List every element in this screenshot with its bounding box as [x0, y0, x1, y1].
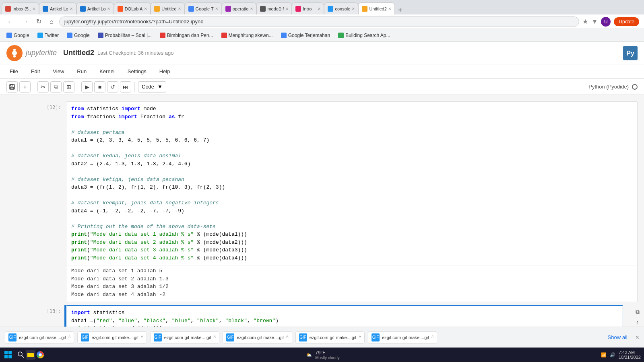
download-chevron-5[interactable]: ^: [359, 335, 361, 340]
tab-mode[interactable]: mode() f ×: [256, 2, 292, 14]
extensions-icon[interactable]: ▼: [591, 18, 598, 25]
menu-kernel[interactable]: Kernel: [96, 67, 118, 76]
cell-12-prompt: [12]:: [0, 101, 64, 302]
jupyter-header: jupyterlite Untitled2 Last Checkpoint: 3…: [0, 42, 644, 64]
windows-start-button[interactable]: [3, 350, 13, 360]
tab-close[interactable]: ×: [250, 6, 253, 12]
bookmark-label: Google: [14, 33, 29, 38]
bookmark-label: Google Terjemahan: [288, 33, 330, 38]
tab-label: DQLab A: [125, 6, 143, 11]
menu-view[interactable]: View: [50, 67, 67, 76]
download-name-5: ezgif.com-gif-make....gif: [310, 335, 357, 340]
download-item-1: GIF ezgif.com-gif-make....gif ^: [5, 331, 74, 343]
star-icon[interactable]: ★: [582, 18, 588, 25]
tab-close[interactable]: ×: [33, 6, 35, 12]
download-item-4: GIF ezgif.com-gif-make....gif ^: [223, 331, 292, 343]
add-cell-button[interactable]: +: [19, 81, 31, 93]
cut-button[interactable]: ✂: [37, 81, 49, 93]
tab-close[interactable]: ×: [144, 6, 147, 12]
menu-settings[interactable]: Settings: [124, 67, 150, 76]
gmail-favicon: [5, 6, 11, 12]
save-button[interactable]: [6, 81, 18, 93]
tab-dqlab[interactable]: DQLab A ×: [114, 2, 151, 14]
bookmark-twitter[interactable]: Twitter: [34, 32, 62, 39]
search-taskbar-button[interactable]: [16, 350, 26, 360]
tab-close[interactable]: ×: [70, 6, 73, 12]
new-tab-button[interactable]: +: [395, 6, 406, 14]
profile-icon[interactable]: U: [601, 17, 611, 27]
address-input[interactable]: [59, 16, 580, 27]
bookmark-building[interactable]: Building Search Ap...: [335, 32, 393, 39]
cell-12-input[interactable]: from statistics import mode from fractio…: [66, 102, 637, 265]
gif-icon-3: GIF: [154, 333, 162, 341]
tab-close[interactable]: ×: [388, 6, 391, 12]
tab-untitled[interactable]: Untitled ×: [151, 2, 184, 14]
copy-cell-button[interactable]: ⧉: [633, 307, 642, 317]
cell-type-select[interactable]: Code ▼: [138, 81, 166, 93]
reload-button[interactable]: ↻: [34, 17, 44, 26]
bookmark-google1[interactable]: Google: [3, 32, 33, 39]
tab-label: operatio: [233, 6, 249, 11]
notebook-area: [12]: from statistics import mode from f…: [0, 95, 644, 335]
bookmark-menghitung[interactable]: Menghitung skewn...: [218, 32, 276, 39]
cell-12-number: [12]:: [47, 105, 61, 110]
bookmark-bimbingan[interactable]: Bimbingan dan Pen...: [157, 32, 217, 39]
toolbar-separator-1: [34, 82, 34, 92]
tab-close[interactable]: ×: [318, 6, 320, 12]
tab-artikel2[interactable]: Artikel Lo ×: [76, 2, 114, 14]
tab-googlet[interactable]: Google T ×: [185, 2, 222, 14]
download-bar: GIF ezgif.com-gif-make....gif ^ GIF ezgi…: [0, 327, 644, 348]
chrome-taskbar[interactable]: [35, 350, 45, 360]
twitter-bm-icon: [37, 33, 43, 38]
tab-close[interactable]: ×: [215, 6, 218, 12]
download-bar-close[interactable]: ×: [636, 334, 639, 341]
download-chevron-3[interactable]: ^: [214, 335, 216, 340]
restart-run-button[interactable]: ⏭: [120, 81, 131, 93]
paste-button[interactable]: ⊞: [63, 81, 74, 93]
bookmark-terjemahan[interactable]: Google Terjemahan: [278, 32, 334, 39]
tab-intro[interactable]: Intro ×: [292, 2, 324, 14]
cell-12-content[interactable]: from statistics import mode from fractio…: [66, 101, 638, 302]
move-up-button[interactable]: ↑: [633, 317, 642, 327]
menu-run[interactable]: Run: [74, 67, 90, 76]
restart-button[interactable]: ↺: [107, 81, 118, 93]
run-button[interactable]: ▶: [81, 81, 93, 93]
update-button[interactable]: Update: [614, 17, 639, 26]
tab-close[interactable]: ×: [285, 6, 288, 12]
tab-close[interactable]: ×: [107, 6, 110, 12]
tab-close[interactable]: ×: [178, 6, 181, 12]
tab-artikel1[interactable]: Artikel Lo ×: [39, 2, 76, 14]
menu-file[interactable]: File: [6, 67, 21, 76]
menu-help[interactable]: Help: [156, 67, 173, 76]
show-all-button[interactable]: Show all: [605, 333, 631, 342]
forward-button[interactable]: →: [19, 17, 31, 26]
download-chevron-1[interactable]: ^: [68, 335, 71, 340]
notebook-title[interactable]: Untitled2: [63, 49, 94, 57]
tab-gmail[interactable]: Inbox (5.. ×: [2, 2, 39, 14]
bookmark-google2[interactable]: Google: [64, 32, 93, 39]
download-chevron-4[interactable]: ^: [286, 335, 289, 340]
copy-button[interactable]: ⧉: [50, 81, 62, 93]
tab-operation[interactable]: operatio ×: [222, 2, 257, 14]
address-bar: ← → ↻ ⌂ ★ ▼ U Update: [0, 14, 644, 29]
stop-button[interactable]: ■: [94, 81, 105, 93]
menu-bar: File Edit View Run Kernel Settings Help: [0, 64, 644, 79]
google2-bm-icon: [67, 33, 72, 38]
download-chevron-6[interactable]: ^: [431, 335, 434, 340]
google-bm-icon: [6, 33, 12, 38]
kernel-status-circle: [632, 84, 638, 90]
tab-console[interactable]: console ×: [324, 2, 358, 14]
svg-line-13: [22, 356, 24, 358]
back-button[interactable]: ←: [5, 17, 16, 26]
tab-close[interactable]: ×: [352, 6, 355, 12]
kernel-indicator: Python (Pyodide): [588, 84, 638, 90]
menu-edit[interactable]: Edit: [28, 67, 43, 76]
file-explorer-button[interactable]: [26, 350, 35, 360]
untitled2-favicon: [362, 6, 367, 12]
download-chevron-2[interactable]: ^: [141, 335, 143, 340]
bim-bm-icon: [160, 33, 165, 38]
bookmark-probabilitas[interactable]: Probabilitas – Soal j...: [95, 32, 155, 39]
home-button[interactable]: ⌂: [47, 17, 56, 26]
weather-temp: 79°F: [315, 350, 340, 356]
tab-untitled2[interactable]: Untitled2 ×: [358, 2, 394, 14]
